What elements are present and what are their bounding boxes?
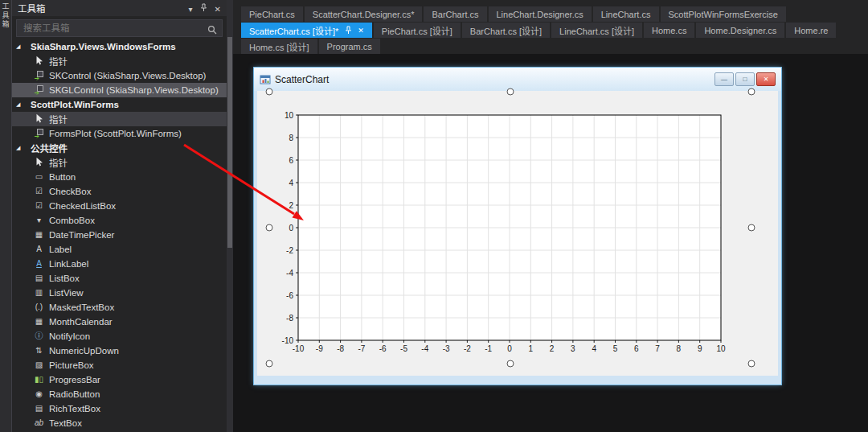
- toolbox-item-label: 指针: [49, 156, 68, 169]
- tab-label: LineChart.cs: [601, 10, 651, 19]
- expander-icon[interactable]: ◢: [16, 101, 28, 108]
- radiobutton-icon: ◉: [31, 390, 47, 398]
- selection-handle[interactable]: [507, 88, 514, 96]
- selection-handle[interactable]: [266, 88, 273, 96]
- designed-form-window[interactable]: ScatterChart —□✕ -10-9-8-7-6-5-4-3-2-101…: [254, 68, 781, 385]
- selection-handle[interactable]: [748, 88, 755, 96]
- maskedtextbox-icon: (.): [31, 303, 47, 311]
- toolbox-item-progressbar[interactable]: ▮▯ProgressBar: [12, 372, 227, 387]
- expander-icon[interactable]: ◢: [16, 145, 28, 151]
- toolbox-item-label: Button: [49, 172, 76, 182]
- tab-label: BarChart.cs [设计]: [470, 24, 542, 37]
- close-icon[interactable]: ✕: [215, 5, 221, 14]
- toolbox-item-指针[interactable]: 指针: [12, 155, 227, 170]
- toolbox-panel: 工具箱 ▾✕ ◢SkiaSharp.Views.WindowsForms指针SK…: [12, 0, 227, 432]
- svg-text:2: 2: [550, 344, 555, 353]
- tab-piechart.cs-设计[interactable]: PieChart.cs [设计]: [374, 23, 461, 38]
- tab-linechart.cs-设计[interactable]: LineChart.cs [设计]: [551, 23, 642, 38]
- tab-label: ScatterChart.Designer.cs*: [313, 10, 415, 19]
- search-icon[interactable]: [207, 23, 217, 33]
- toolbox-item-指针[interactable]: 指针: [12, 112, 227, 126]
- selection-handle[interactable]: [507, 360, 514, 368]
- toolbox-search-box[interactable]: [16, 19, 223, 37]
- toolbox-item-指针[interactable]: 指针: [12, 54, 227, 68]
- svg-text:9: 9: [698, 344, 702, 353]
- toolbox-item-textbox[interactable]: abTextBox: [12, 416, 227, 430]
- toolbox-item-radiobutton[interactable]: ◉RadioButton: [12, 387, 227, 401]
- toolbox-item-notifyicon[interactable]: ⓘNotifyIcon: [12, 329, 227, 344]
- toolbox-item-label: PictureBox: [49, 360, 94, 370]
- toolbox-item-formsplot-scottplot.winforms[interactable]: FormsPlot (ScottPlot.WinForms): [12, 126, 227, 141]
- window-position-icon[interactable]: ▾: [189, 5, 193, 14]
- toolbox-item-monthcalendar[interactable]: ▦MonthCalendar: [12, 315, 227, 329]
- toolbox-category-skiasharp.views.windowsforms[interactable]: ◢SkiaSharp.Views.WindowsForms: [12, 39, 227, 54]
- tab-home.re[interactable]: Home.re: [786, 23, 836, 38]
- toolbox-item-label: RadioButton: [49, 389, 100, 399]
- tab-label: ScatterChart.cs [设计]*: [249, 24, 338, 37]
- toolbox-item-button[interactable]: ▭Button: [12, 170, 227, 184]
- toolbox-category-公共控件[interactable]: ◢公共控件: [12, 141, 227, 155]
- toolbox-item-checkbox[interactable]: ☑CheckBox: [12, 184, 227, 199]
- button-icon: ▭: [31, 173, 47, 181]
- tab-scatterchart.designer.cs[interactable]: ScatterChart.Designer.cs*: [305, 6, 423, 22]
- toolbox-item-numericupdown[interactable]: ⇅NumericUpDown: [12, 344, 227, 358]
- toolbox-item-richtextbox[interactable]: ▤RichTextBox: [12, 401, 227, 416]
- toolbox-item-datetimepicker[interactable]: ▦DateTimePicker: [12, 228, 227, 242]
- tab-linechart.designer.cs[interactable]: LineChart.Designer.cs: [489, 6, 592, 22]
- close-button[interactable]: ✕: [756, 72, 776, 86]
- minimize-button[interactable]: —: [714, 72, 734, 86]
- toolbox-item-skglcontrol-skiasharp.views.desktop[interactable]: SKGLControl (SkiaSharp.Views.Desktop): [12, 83, 227, 97]
- tab-scottplotwinformsexercise[interactable]: ScottPlotWinFormsExercise: [661, 6, 786, 22]
- design-surface[interactable]: ScatterChart —□✕ -10-9-8-7-6-5-4-3-2-101…: [233, 54, 868, 432]
- svg-text:4: 4: [289, 179, 293, 187]
- tab-piechart.cs[interactable]: PieChart.cs: [241, 6, 303, 22]
- expander-icon[interactable]: ◢: [16, 43, 28, 50]
- tab-home.cs[interactable]: Home.cs: [644, 23, 694, 38]
- maximize-button[interactable]: □: [735, 72, 755, 86]
- toolbox-item-listview[interactable]: ▥ListView: [12, 286, 227, 300]
- toolbox-category-scottplot.winforms[interactable]: ◢ScottPlot.WinForms: [12, 97, 227, 112]
- pin-icon[interactable]: [200, 5, 207, 14]
- search-input[interactable]: [22, 23, 207, 34]
- svg-text:10: 10: [285, 111, 294, 120]
- form-title-bar[interactable]: ScatterChart —□✕: [254, 68, 781, 91]
- tab-home.cs-设计[interactable]: Home.cs [设计]: [241, 39, 317, 54]
- tab-program.cs[interactable]: Program.cs: [319, 39, 380, 54]
- toolbox-item-maskedtextbox[interactable]: (.)MaskedTextBox: [12, 300, 227, 315]
- toolbox-item-label: LinkLabel: [49, 259, 88, 269]
- tab-label: LineChart.Designer.cs: [497, 10, 583, 19]
- selection-handle[interactable]: [748, 360, 755, 368]
- close-icon[interactable]: ✕: [358, 27, 364, 35]
- tab-label: ScottPlotWinFormsExercise: [669, 10, 778, 19]
- tab-home.designer.cs[interactable]: Home.Designer.cs: [696, 23, 784, 38]
- toolbox-item-label[interactable]: ALabel: [12, 242, 227, 257]
- tab-barchart.cs-设计[interactable]: BarChart.cs [设计]: [462, 23, 550, 38]
- tab-linechart.cs[interactable]: LineChart.cs: [593, 6, 659, 22]
- progressbar-icon: ▮▯: [31, 376, 47, 384]
- toolbox-scrollbar[interactable]: [227, 0, 233, 432]
- toolbox-item-skcontrol-skiasharp.views.desktop[interactable]: SKControl (SkiaSharp.Views.Desktop): [12, 68, 227, 83]
- toolbox-item-linklabel[interactable]: ALinkLabel: [12, 257, 227, 271]
- toolbox-item-picturebox[interactable]: ▨PictureBox: [12, 358, 227, 372]
- selection-handle[interactable]: [748, 224, 755, 232]
- listbox-icon: ▤: [31, 274, 47, 282]
- pin-icon[interactable]: [345, 26, 352, 35]
- collapsed-panel-strip[interactable]: 工具箱: [0, 0, 12, 432]
- toolbox-item-checkedlistbox[interactable]: ☑CheckedListBox: [12, 199, 227, 213]
- toolbox-item-listbox[interactable]: ▤ListBox: [12, 271, 227, 286]
- tab-scatterchart.cs-设计[interactable]: ScatterChart.cs [设计]*✕: [241, 23, 372, 38]
- tab-label: Home.re: [794, 26, 828, 35]
- toolbox-item-combobox[interactable]: ▾ComboBox: [12, 213, 227, 228]
- tab-label: PieChart.cs [设计]: [382, 24, 452, 37]
- formsplot-control[interactable]: -10-9-8-7-6-5-4-3-2-10123456789101086420…: [269, 92, 751, 364]
- collapsed-panel-label[interactable]: 工具箱: [1, 2, 11, 29]
- selection-handle[interactable]: [266, 360, 273, 368]
- selection-handle[interactable]: [266, 224, 273, 232]
- scrollbar-thumb[interactable]: [227, 37, 232, 248]
- tab-barchart.cs[interactable]: BarChart.cs: [424, 6, 486, 22]
- scatter-plot: -10-9-8-7-6-5-4-3-2-10123456789101086420…: [269, 92, 751, 364]
- document-well: PieChart.csScatterChart.Designer.cs*BarC…: [233, 0, 868, 432]
- svg-text:6: 6: [634, 344, 639, 353]
- svg-text:0: 0: [289, 224, 293, 232]
- toolbox-tree: ◢SkiaSharp.Views.WindowsForms指针SKControl…: [12, 39, 227, 432]
